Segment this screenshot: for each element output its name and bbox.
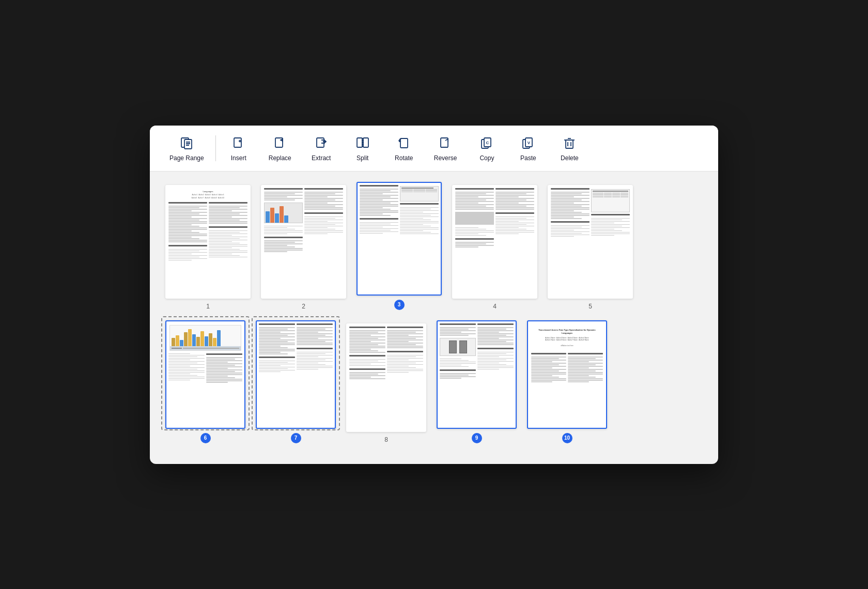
page-number-8: 8 xyxy=(384,436,388,443)
toolbar-page-range[interactable]: Page Range xyxy=(160,131,213,166)
page-item-6[interactable]: 6 xyxy=(165,320,245,443)
svg-text:C: C xyxy=(486,141,489,145)
page-number-badge-6: 6 xyxy=(200,433,211,443)
reverse-icon xyxy=(437,135,454,151)
extract-icon xyxy=(313,135,330,151)
page-item-2[interactable]: 2 xyxy=(261,185,346,310)
page-item-4[interactable]: 4 xyxy=(452,185,537,310)
page-item-10[interactable]: Trace-based Just-in-Time Type Specializa… xyxy=(527,320,607,443)
pages-container: Languages Author1 · Author2 · Author3 · … xyxy=(150,172,718,464)
copy-icon: C xyxy=(478,135,495,151)
pages-row-2: 6 xyxy=(165,320,703,443)
page-number-badge-7: 7 xyxy=(291,433,301,443)
toolbar-extract-label: Extract xyxy=(312,154,331,162)
page-item-1[interactable]: Languages Author1 · Author2 · Author3 · … xyxy=(165,185,251,310)
toolbar-insert[interactable]: Insert xyxy=(218,131,259,166)
split-icon xyxy=(354,135,371,151)
toolbar-delete[interactable]: Delete xyxy=(549,131,590,166)
toolbar-split-label: Split xyxy=(357,154,368,162)
svg-rect-10 xyxy=(317,138,324,147)
page-item-5[interactable]: 5 xyxy=(548,185,633,310)
toolbar-delete-label: Delete xyxy=(561,154,579,162)
svg-text:V: V xyxy=(528,141,531,145)
svg-rect-16 xyxy=(400,138,408,148)
toolbar-split[interactable]: Split xyxy=(342,131,383,166)
page-number-4: 4 xyxy=(493,303,497,310)
page-number-2: 2 xyxy=(302,303,305,310)
rotate-icon xyxy=(396,135,412,151)
toolbar-rotate[interactable]: Rotate xyxy=(383,131,425,166)
delete-icon xyxy=(561,135,578,151)
toolbar-reverse[interactable]: Reverse xyxy=(425,131,467,166)
toolbar-insert-label: Insert xyxy=(231,154,246,162)
toolbar-divider xyxy=(215,135,216,161)
page-number-badge-10: 10 xyxy=(562,433,572,443)
pages-row-1: Languages Author1 · Author2 · Author3 · … xyxy=(165,182,703,310)
svg-rect-5 xyxy=(234,138,241,147)
replace-icon xyxy=(272,135,288,151)
toolbar-copy[interactable]: C Copy xyxy=(466,131,507,166)
toolbar-extract[interactable]: Extract xyxy=(301,131,342,166)
page-item-3[interactable]: 3 xyxy=(357,182,442,310)
svg-rect-25 xyxy=(566,140,573,148)
toolbar-replace[interactable]: Replace xyxy=(259,131,301,166)
page-item-8[interactable]: 8 xyxy=(346,323,426,443)
page-number-badge-3: 3 xyxy=(394,300,405,310)
svg-rect-1 xyxy=(184,140,192,149)
svg-rect-13 xyxy=(363,138,368,147)
paste-icon: V xyxy=(520,135,536,151)
toolbar-replace-label: Replace xyxy=(269,154,291,162)
toolbar-page-range-label: Page Range xyxy=(169,154,204,162)
toolbar-copy-label: Copy xyxy=(479,154,494,162)
toolbar-paste-label: Paste xyxy=(520,154,536,162)
toolbar-rotate-label: Rotate xyxy=(395,154,413,162)
page-item-7[interactable]: 7 xyxy=(256,320,336,443)
svg-rect-12 xyxy=(357,138,362,147)
page-item-9[interactable]: 9 xyxy=(437,320,517,443)
insert-icon xyxy=(230,135,247,151)
page-number-badge-9: 9 xyxy=(472,433,482,443)
app-window: Page Range Insert Replace xyxy=(150,126,718,464)
toolbar-reverse-label: Reverse xyxy=(434,154,457,162)
toolbar: Page Range Insert Replace xyxy=(150,126,718,172)
toolbar-paste[interactable]: V Paste xyxy=(507,131,549,166)
page-range-icon xyxy=(178,135,195,151)
page-number-5: 5 xyxy=(588,303,592,310)
page-number-1: 1 xyxy=(206,303,210,310)
